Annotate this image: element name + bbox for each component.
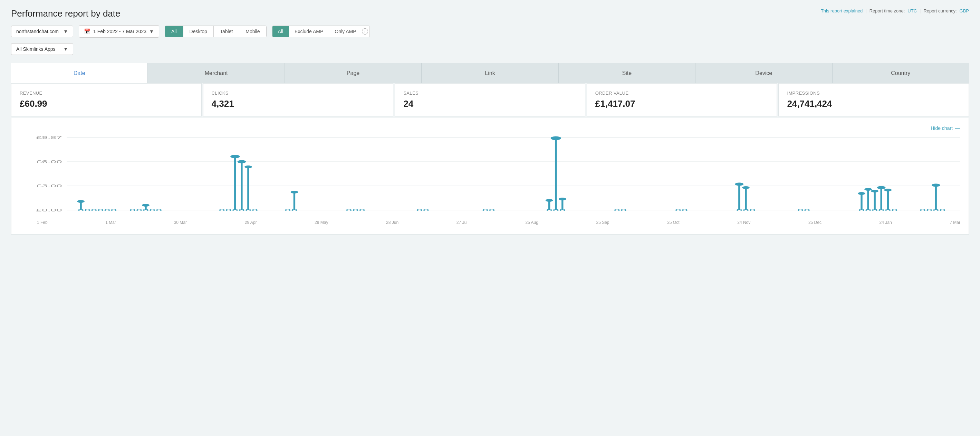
metric-impressions-label: Impressions bbox=[787, 91, 960, 96]
metric-order-value: Order value £1,417.07 bbox=[587, 83, 777, 117]
svg-point-75 bbox=[858, 192, 865, 195]
metric-sales-label: Sales bbox=[403, 91, 577, 96]
baseline-dots bbox=[77, 136, 945, 211]
svg-point-65 bbox=[742, 186, 750, 189]
report-info: This report explained | Report time zone… bbox=[821, 8, 969, 13]
chart-container: £9.87 £6.00 £3.00 £0.00 bbox=[20, 134, 960, 231]
amp-filter-group: All Exclude AMP Only AMP i bbox=[272, 26, 370, 37]
metric-impressions: Impressions 24,741,424 bbox=[778, 83, 969, 117]
controls-row-1: northstandchat.com ▼ 📅 1 Feb 2022 - 7 Ma… bbox=[11, 25, 969, 38]
svg-text:£3.00: £3.00 bbox=[36, 184, 62, 188]
timezone-value[interactable]: UTC bbox=[907, 8, 917, 13]
device-tablet-button[interactable]: Tablet bbox=[214, 26, 239, 37]
device-mobile-button[interactable]: Mobile bbox=[239, 26, 266, 37]
x-label-aug: 25 Aug bbox=[525, 220, 538, 225]
svg-point-32 bbox=[237, 160, 246, 163]
svg-point-15 bbox=[77, 200, 84, 203]
amp-only-button[interactable]: Only AMP bbox=[329, 26, 361, 37]
svg-point-77 bbox=[864, 188, 872, 191]
x-label-sep: 25 Sep bbox=[596, 220, 609, 225]
amp-all-button[interactable]: All bbox=[272, 26, 290, 37]
metrics-row: Revenue £60.99 Clicks 4,321 Sales 24 Ord… bbox=[11, 83, 969, 117]
svg-point-38 bbox=[291, 191, 298, 193]
device-all-button[interactable]: All bbox=[165, 26, 183, 37]
svg-point-52 bbox=[551, 136, 561, 140]
chevron-down-icon: ▼ bbox=[149, 29, 154, 34]
currency-label: Report currency: bbox=[923, 8, 956, 13]
x-label-nov: 24 Nov bbox=[737, 220, 750, 225]
metric-order-value-label: Order value bbox=[595, 91, 768, 96]
chart-svg: £9.87 £6.00 £3.00 £0.00 bbox=[20, 134, 960, 217]
svg-point-83 bbox=[884, 188, 892, 192]
svg-point-79 bbox=[871, 190, 878, 192]
svg-text:£6.00: £6.00 bbox=[36, 160, 62, 164]
metric-clicks: Clicks 4,321 bbox=[203, 83, 394, 117]
metric-sales-value: 24 bbox=[403, 99, 577, 109]
svg-point-81 bbox=[877, 186, 886, 189]
report-explained-link[interactable]: This report explained bbox=[821, 8, 862, 13]
chart-header: Hide chart — bbox=[20, 125, 960, 131]
tab-country[interactable]: Country bbox=[832, 63, 969, 83]
x-label-apr: 29 Apr bbox=[245, 220, 257, 225]
metric-order-value-value: £1,417.07 bbox=[595, 99, 768, 109]
dash-icon: — bbox=[955, 125, 960, 131]
svg-point-89 bbox=[932, 184, 940, 187]
svg-point-34 bbox=[245, 166, 252, 168]
svg-text:£0.00: £0.00 bbox=[36, 208, 62, 212]
tab-device[interactable]: Device bbox=[695, 63, 832, 83]
chevron-down-icon: ▼ bbox=[63, 29, 68, 34]
timezone-label: Report time zone: bbox=[870, 8, 905, 13]
metric-clicks-value: 4,321 bbox=[212, 99, 385, 109]
x-label-may: 29 May bbox=[315, 220, 328, 225]
device-filter-group: All Desktop Tablet Mobile bbox=[165, 26, 267, 37]
tab-page[interactable]: Page bbox=[285, 63, 422, 83]
skimlinks-apps-dropdown[interactable]: All Skimlinks Apps ▼ bbox=[11, 43, 73, 55]
device-desktop-button[interactable]: Desktop bbox=[183, 26, 214, 37]
x-label-jan: 24 Jan bbox=[880, 220, 892, 225]
chevron-down-icon: ▼ bbox=[63, 46, 68, 52]
x-label-oct: 25 Oct bbox=[667, 220, 679, 225]
x-label-mar30: 30 Mar bbox=[174, 220, 187, 225]
date-range-dropdown[interactable]: 📅 1 Feb 2022 - 7 Mar 2023 ▼ bbox=[79, 25, 159, 38]
amp-exclude-button[interactable]: Exclude AMP bbox=[289, 26, 329, 37]
x-label-mar7: 7 Mar bbox=[950, 220, 960, 225]
metric-revenue-value: £60.99 bbox=[20, 99, 193, 109]
tab-site[interactable]: Site bbox=[559, 63, 695, 83]
hide-chart-label: Hide chart bbox=[931, 125, 953, 131]
tab-date[interactable]: Date bbox=[11, 63, 148, 83]
svg-point-54 bbox=[559, 198, 566, 200]
report-tabs: Date Merchant Page Link Site Device Coun… bbox=[11, 63, 969, 83]
x-label-feb: 1 Feb bbox=[37, 220, 48, 225]
svg-point-50 bbox=[546, 199, 553, 202]
currency-value[interactable]: GBP bbox=[959, 8, 969, 13]
amp-info-icon[interactable]: i bbox=[362, 28, 368, 35]
chart-section: Hide chart — £9.87 £6.00 £3.00 £0.00 bbox=[11, 118, 969, 235]
metric-clicks-label: Clicks bbox=[212, 91, 385, 96]
metric-revenue-label: Revenue bbox=[20, 91, 193, 96]
domain-value: northstandchat.com bbox=[16, 29, 59, 34]
hide-chart-button[interactable]: Hide chart — bbox=[931, 125, 960, 131]
date-range-value: 1 Feb 2022 - 7 Mar 2023 bbox=[93, 29, 146, 34]
metric-sales: Sales 24 bbox=[395, 83, 585, 117]
svg-point-63 bbox=[735, 183, 744, 186]
svg-point-22 bbox=[142, 204, 150, 207]
metric-revenue: Revenue £60.99 bbox=[11, 83, 202, 117]
metric-impressions-value: 24,741,424 bbox=[787, 99, 960, 109]
tab-link[interactable]: Link bbox=[422, 63, 558, 83]
domain-dropdown[interactable]: northstandchat.com ▼ bbox=[11, 26, 73, 37]
svg-text:£9.87: £9.87 bbox=[36, 136, 62, 140]
x-label-jul: 27 Jul bbox=[457, 220, 468, 225]
controls-row-2: All Skimlinks Apps ▼ bbox=[11, 43, 969, 55]
x-label-jun: 28 Jun bbox=[386, 220, 398, 225]
svg-point-30 bbox=[230, 155, 240, 158]
x-label-dec: 25 Dec bbox=[808, 220, 821, 225]
skimlinks-apps-value: All Skimlinks Apps bbox=[16, 46, 56, 52]
tab-merchant[interactable]: Merchant bbox=[148, 63, 285, 83]
x-label-mar1: 1 Mar bbox=[105, 220, 116, 225]
calendar-icon: 📅 bbox=[84, 28, 91, 35]
